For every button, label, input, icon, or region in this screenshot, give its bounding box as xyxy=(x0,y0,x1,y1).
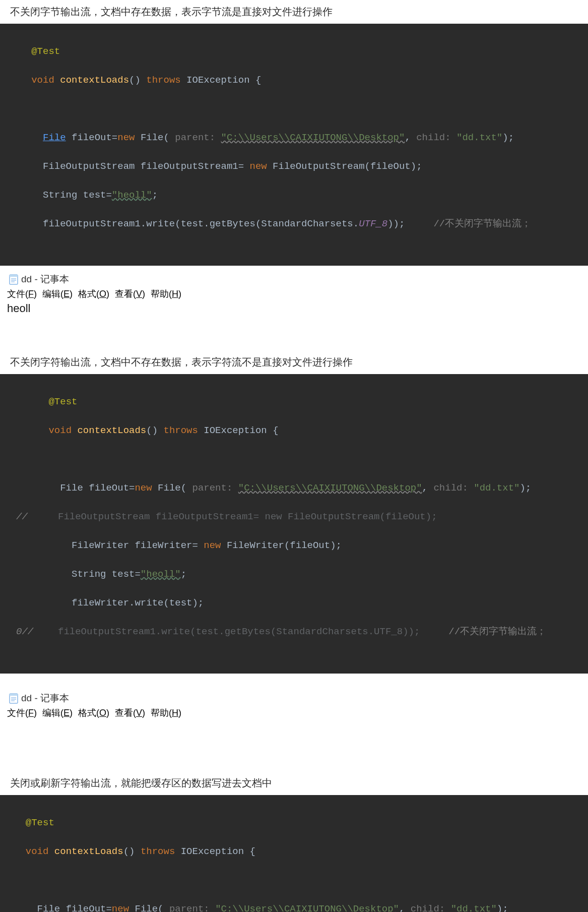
gutter-comment-mark: // xyxy=(14,510,29,524)
string-decl: String test= xyxy=(72,569,141,580)
keyword-new: new xyxy=(135,482,152,494)
method-name: contextLoads xyxy=(77,425,146,436)
menu-edit[interactable]: 编辑(E) xyxy=(42,708,73,718)
commented-write: fileOutputStream1.write(test.getBytes(St… xyxy=(58,626,420,637)
hint-parent: parent: xyxy=(175,132,215,143)
notepad-1: dd - 记事本 文件(F) 编辑(E) 格式(O) 查看(V) 帮助(H) h… xyxy=(0,270,588,320)
keyword-void: void xyxy=(26,846,49,857)
utf8-const: UTF_8 xyxy=(359,218,387,229)
file-class-link: File xyxy=(43,132,66,143)
var-fileout: fileOut xyxy=(72,132,112,143)
string-val: "heoll" xyxy=(141,569,181,580)
menu-format[interactable]: 格式(O) xyxy=(78,289,109,299)
write-call: fileOutputStream1.write(test.getBytes(St… xyxy=(43,218,359,229)
caption-2: 不关闭字符输出流，文档中不存在数据，表示字符流不是直接对文件进行操作 xyxy=(0,350,588,374)
menu-file[interactable]: 文件(F) xyxy=(7,708,37,718)
comment: //不关闭字节输出流； xyxy=(448,626,546,637)
keyword-throws: throws xyxy=(146,75,180,86)
string-parent: "C:\\Users\\CAIXIUTONG\\Desktop" xyxy=(238,482,422,494)
menu-view[interactable]: 查看(V) xyxy=(115,708,145,718)
section-2: 不关闭字符输出流，文档中不存在数据，表示字符流不是直接对文件进行操作 @Test… xyxy=(0,350,588,726)
keyword-new: new xyxy=(249,161,267,172)
commented-fos: FileOutputStream fileOutputStream1= new … xyxy=(58,511,437,522)
notepad-title: dd - 记事本 xyxy=(0,270,588,287)
codeblock-1: @Test void contextLoads() throws IOExcep… xyxy=(0,24,588,266)
menu-edit[interactable]: 编辑(E) xyxy=(42,289,73,299)
section-1: 不关闭字节输出流，文档中存在数据，表示字节流是直接对文件进行操作 @Test v… xyxy=(0,0,588,320)
fw-write: fileWriter.write(test); xyxy=(72,597,204,609)
section-3: 关闭或刷新字符输出流，就能把缓存区的数据写进去文档中 @Test void co… xyxy=(0,771,588,912)
notepad-menu[interactable]: 文件(F) 编辑(E) 格式(O) 查看(V) 帮助(H) xyxy=(0,706,588,720)
exception-class: IOException xyxy=(186,75,249,86)
hint-child: child: xyxy=(411,903,445,913)
method-name: contextLoads xyxy=(60,75,129,86)
keyword-void: void xyxy=(48,425,72,436)
comment: //不关闭字节输出流； xyxy=(433,218,531,229)
annotation: @Test xyxy=(31,46,60,57)
codeblock-3: @Test void contextLoads() throws IOExcep… xyxy=(0,795,588,912)
notepad-2: dd - 记事本 文件(F) 编辑(E) 格式(O) 查看(V) 帮助(H) xyxy=(0,689,588,726)
file-class: File xyxy=(37,903,60,913)
string-child: "dd.txt" xyxy=(451,903,497,913)
notepad-icon xyxy=(9,274,18,285)
string-child: "dd.txt" xyxy=(474,482,519,494)
keyword-new: new xyxy=(112,903,129,913)
notepad-title: dd - 记事本 xyxy=(0,689,588,706)
hint-child: child: xyxy=(416,132,450,143)
notepad-menu[interactable]: 文件(F) 编辑(E) 格式(O) 查看(V) 帮助(H) xyxy=(0,287,588,301)
write-tail: )); xyxy=(387,218,405,229)
keyword-new: new xyxy=(117,132,135,143)
menu-view[interactable]: 查看(V) xyxy=(115,289,145,299)
method-name: contextLoads xyxy=(54,846,123,857)
fw-ctor: FileWriter(fileOut); xyxy=(221,540,342,551)
caption-3: 关闭或刷新字符输出流，就能把缓存区的数据写进去文档中 xyxy=(0,771,588,795)
hint-parent: parent: xyxy=(169,903,210,913)
menu-file[interactable]: 文件(F) xyxy=(7,289,37,299)
annotation: @Test xyxy=(48,396,77,407)
exception-class: IOException xyxy=(181,846,244,857)
keyword-new: new xyxy=(204,540,221,551)
notepad-body xyxy=(0,720,588,726)
keyword-throws: throws xyxy=(163,425,198,436)
fos-decl: FileOutputStream fileOutputStream1= xyxy=(43,161,249,172)
hint-child: child: xyxy=(433,482,468,494)
codeblock-2: @Test void contextLoads() throws IOExcep… xyxy=(0,374,588,674)
svg-rect-1 xyxy=(10,275,18,277)
string-decl: String test= xyxy=(43,190,112,201)
keyword-void: void xyxy=(31,75,54,86)
notepad-icon xyxy=(9,693,18,704)
menu-help[interactable]: 帮助(H) xyxy=(151,708,181,718)
var-fileout: fileOut xyxy=(89,482,129,494)
notepad-title-text: dd - 记事本 xyxy=(21,692,69,705)
annotation: @Test xyxy=(26,817,54,828)
string-parent: "C:\\Users\\CAIXIUTONG\\Desktop" xyxy=(215,903,399,913)
string-child: "dd.txt" xyxy=(456,132,502,143)
menu-help[interactable]: 帮助(H) xyxy=(151,289,181,299)
menu-format[interactable]: 格式(O) xyxy=(78,708,109,718)
file-class: File xyxy=(60,482,83,494)
string-val: "heoll" xyxy=(112,190,152,201)
gutter-comment-mark: 0// xyxy=(14,625,29,639)
exception-class: IOException xyxy=(204,425,267,436)
hint-parent: parent: xyxy=(192,482,233,494)
string-parent: "C:\\Users\\CAIXIUTONG\\Desktop" xyxy=(221,132,405,143)
fos-ctor: FileOutputStream(fileOut); xyxy=(267,161,422,172)
fw-decl: FileWriter fileWriter= xyxy=(72,540,204,551)
notepad-title-text: dd - 记事本 xyxy=(21,273,69,286)
var-fileout: fileOut xyxy=(66,903,106,913)
caption-1: 不关闭字节输出流，文档中存在数据，表示字节流是直接对文件进行操作 xyxy=(0,0,588,24)
keyword-throws: throws xyxy=(141,846,175,857)
svg-rect-6 xyxy=(10,694,18,696)
notepad-body: heoll xyxy=(0,301,588,320)
